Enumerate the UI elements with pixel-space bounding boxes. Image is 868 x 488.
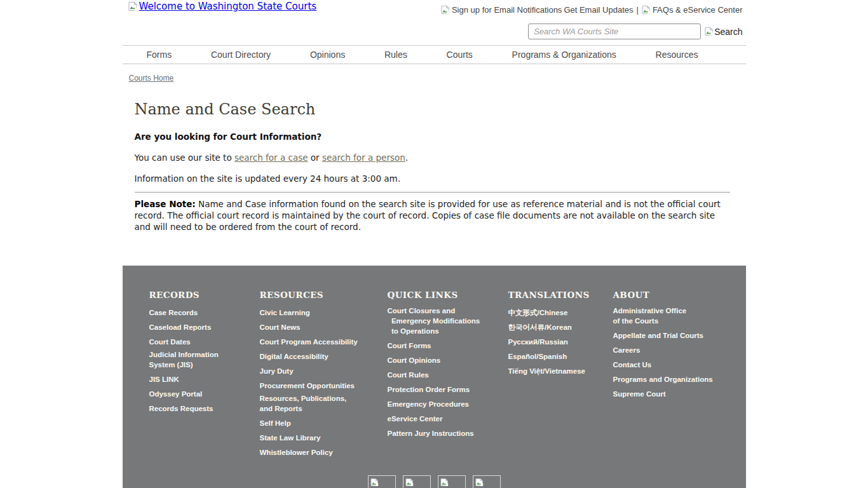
please-note-text: Name and Case information found on the s…	[135, 199, 721, 232]
nav-item-programs-organizations[interactable]: Programs & Organizations	[512, 50, 616, 60]
footer-link-vietnamese[interactable]: Tiếng Việt/Vietnamese	[508, 366, 585, 376]
nav-item-resources[interactable]: Resources	[656, 50, 698, 60]
footer-heading-records: RECORDS	[149, 290, 260, 300]
footer-link[interactable]: eService Center	[388, 414, 443, 424]
site-search: Search	[528, 24, 742, 39]
footer-link[interactable]: Court Program Accessibility	[260, 337, 358, 347]
broken-image-icon	[705, 27, 714, 36]
footer-link[interactable]: Case Records	[149, 308, 198, 318]
update-info: Information on the site is updated every…	[135, 173, 730, 184]
footer-link[interactable]: Administrative Office of the Courts	[613, 306, 687, 326]
footer-heading-resources: RESOURCES	[260, 290, 388, 300]
footer-link[interactable]: Civic Learning	[260, 308, 310, 318]
faq-eservice-label: FAQs & eService Center	[653, 5, 743, 15]
usage-suffix: .	[405, 152, 408, 163]
footer-heading-translations: TRANSLATIONS	[508, 290, 613, 300]
broken-image-icon	[441, 5, 450, 15]
broken-image-icon	[128, 1, 138, 11]
search-for-person-link[interactable]: search for a person	[322, 152, 405, 163]
usage-prefix: You can use our site to	[135, 152, 234, 163]
email-notifications-link[interactable]: Sign up for Email Notifications Get Emai…	[441, 5, 634, 15]
footer-link[interactable]: Appellate and Trial Courts	[613, 330, 704, 341]
footer-link[interactable]: Supreme Court	[613, 389, 666, 399]
footer-link[interactable]: Programs and Organizations	[613, 374, 713, 384]
footer-link[interactable]: Resources, Publications, and Reports	[260, 393, 347, 414]
search-for-case-link[interactable]: search for a case	[234, 152, 308, 163]
footer-column-records: RECORDS Case Records Caseload Reports Co…	[149, 290, 260, 460]
footer-link[interactable]: Procurement Opportunities	[260, 381, 355, 391]
footer-link[interactable]: Court Forms	[388, 341, 431, 351]
site-header: Welcome to Washington State Courts Sign …	[123, 0, 746, 45]
footer-link[interactable]: Court Opinions	[388, 355, 441, 365]
nav-item-court-directory[interactable]: Court Directory	[211, 50, 271, 60]
please-note-paragraph: Please Note: Name and Case information f…	[135, 198, 732, 233]
footer-link[interactable]: Self Help	[260, 418, 291, 428]
nav-item-opinions[interactable]: Opinions	[310, 50, 345, 60]
page-container: Welcome to Washington State Courts Sign …	[123, 0, 746, 488]
search-button[interactable]: Search	[705, 27, 742, 37]
please-note-label: Please Note:	[135, 199, 196, 209]
social-link-2[interactable]	[403, 475, 431, 488]
main-content: Name and Case Search Are you looking for…	[123, 100, 746, 233]
footer-link-chinese[interactable]: 中文形式/Chinese	[508, 308, 568, 318]
footer-link[interactable]: JIS LINK	[149, 374, 179, 384]
broken-image-icon	[475, 478, 484, 487]
breadcrumb: Courts Home	[123, 64, 746, 83]
nav-item-courts[interactable]: Courts	[447, 50, 473, 60]
social-link-1[interactable]	[368, 475, 396, 488]
footer-heading-about: ABOUT	[613, 290, 740, 300]
footer-link-korean[interactable]: 한국어서류/Korean	[508, 322, 572, 332]
footer-link[interactable]: Protection Order Forms	[388, 384, 470, 395]
site-footer: RECORDS Case Records Caseload Reports Co…	[123, 266, 746, 488]
footer-link[interactable]: Court Rules	[388, 370, 429, 380]
site-logo-link[interactable]: Welcome to Washington State Courts	[128, 1, 317, 12]
footer-link[interactable]: Digital Accessibility	[260, 351, 329, 362]
social-link-3[interactable]	[438, 475, 466, 488]
nav-item-forms[interactable]: Forms	[147, 50, 172, 60]
footer-column-about: ABOUT Administrative Office of the Court…	[613, 290, 740, 460]
footer-link[interactable]: Court Dates	[149, 337, 191, 347]
primary-nav: Forms Court Directory Opinions Rules Cou…	[123, 45, 746, 64]
site-logo-alt-text: Welcome to Washington State Courts	[139, 1, 317, 12]
footer-column-quick-links: QUICK LINKS Court Closures and Emergency…	[388, 290, 508, 460]
header-separator: |	[636, 5, 638, 15]
footer-link[interactable]: Records Requests	[149, 403, 214, 414]
header-utility-links: Sign up for Email Notifications Get Emai…	[441, 5, 743, 15]
broken-image-icon	[642, 5, 651, 15]
footer-link-russian[interactable]: Русский/Russian	[508, 337, 568, 347]
footer-link[interactable]: Court News	[260, 322, 301, 332]
footer-link[interactable]: State Law Library	[260, 433, 321, 443]
footer-link[interactable]: Pattern Jury Instructions	[388, 428, 474, 438]
footer-link[interactable]: Whistleblower Policy	[260, 447, 333, 458]
footer-column-resources: RESOURCES Civic Learning Court News Cour…	[260, 290, 388, 460]
broken-image-icon	[405, 478, 414, 487]
footer-link[interactable]: Contact Us	[613, 360, 652, 370]
content-divider	[135, 192, 730, 193]
footer-link[interactable]: Careers	[613, 345, 641, 355]
footer-link[interactable]: Odyssey Portal	[149, 389, 203, 399]
footer-link-spanish[interactable]: Español/Spanish	[508, 351, 567, 362]
broken-image-icon	[370, 478, 379, 487]
footer-link[interactable]: Court Closures and Emergency Modificatio…	[388, 306, 480, 336]
email-updates-label: Get Email Updates	[564, 5, 633, 15]
footer-columns: RECORDS Case Records Caseload Reports Co…	[149, 290, 746, 460]
usage-sentence: You can use our site to search for a cas…	[135, 152, 730, 163]
broken-image-icon	[440, 478, 449, 487]
social-links-row	[123, 475, 746, 488]
footer-heading-quick-links: QUICK LINKS	[388, 290, 508, 300]
footer-link[interactable]: Jury Duty	[260, 366, 294, 376]
usage-middle: or	[308, 152, 322, 163]
email-signup-alt-text: Sign up for Email Notifications	[452, 5, 562, 15]
page-title: Name and Case Search	[135, 100, 730, 118]
nav-item-rules[interactable]: Rules	[384, 50, 407, 60]
footer-link[interactable]: Caseload Reports	[149, 322, 212, 332]
social-link-4[interactable]	[473, 475, 501, 488]
faq-eservice-link[interactable]: FAQs & eService Center	[642, 5, 743, 15]
breadcrumb-courts-home-link[interactable]: Courts Home	[129, 74, 174, 83]
search-button-label: Search	[714, 27, 742, 37]
court-information-question: Are you looking for Court Information?	[135, 132, 730, 142]
footer-column-translations: TRANSLATIONS 中文形式/Chinese 한국어서류/Korean Р…	[508, 290, 613, 460]
footer-link[interactable]: Emergency Procedures	[388, 399, 469, 409]
search-input[interactable]	[528, 24, 701, 39]
footer-link[interactable]: Judicial Information System (JIS)	[149, 349, 219, 370]
